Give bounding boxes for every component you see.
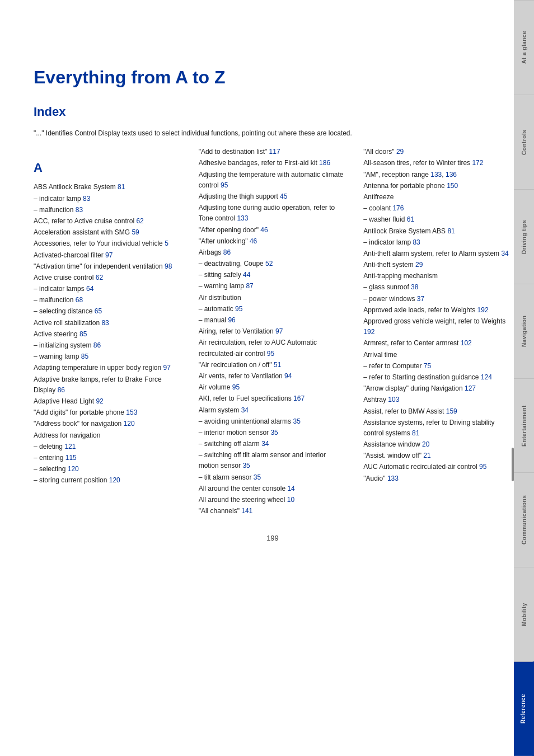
entry-adaptive-head: Adaptive Head Light 92 <box>34 396 182 407</box>
entry-airbags-sitting: – sitting safely 44 <box>199 270 347 280</box>
entry-address-entering: – entering 115 <box>34 453 182 463</box>
index-col-3: "All doors" 29 All-season tires, refer t… <box>363 147 512 517</box>
entry-assistance-systems: Assistance systems, refer to Driving sta… <box>363 417 512 439</box>
entry-abs-indicator: – indicator lamp 83 <box>34 194 182 204</box>
entry-arrival-starting: – refer to Starting destination guidance… <box>363 372 512 383</box>
page-title: Everything from A to Z <box>34 67 512 88</box>
entry-abs-malfunction: – malfunction 83 <box>34 205 182 215</box>
entry-accessories: Accessories, refer to Your individual ve… <box>34 238 182 249</box>
entry-all-around-center: All around the center console 14 <box>199 483 347 494</box>
entry-active-cruise-malfunction: – malfunction 68 <box>34 295 182 306</box>
entry-active-roll: Active roll stabilization 83 <box>34 318 182 328</box>
entry-add-digits: "Add digits" for portable phone 153 <box>34 407 182 418</box>
entry-address-nav: Address for navigation <box>34 430 182 441</box>
entry-antilock: Antilock Brake System ABS 81 <box>363 226 512 237</box>
main-content: Everything from A to Z Index "..." Ident… <box>34 0 512 576</box>
entry-active-steering: Active steering 85 <box>34 329 182 340</box>
entry-airing: Airing, refer to Ventilation 97 <box>199 326 347 337</box>
index-columns: A ABS Antilock Brake System 81 – indicat… <box>34 147 512 517</box>
entry-alarm-system: Alarm system 34 <box>199 405 347 416</box>
entry-active-steering-init: – initializing system 86 <box>34 340 182 351</box>
entry-adjusting-tone: Adjusting tone during audio operation, r… <box>199 203 347 224</box>
entry-after-unlocking: "After unlocking" 46 <box>199 236 347 247</box>
scrollbar-indicator <box>512 448 514 481</box>
entry-active-steering-warning: – warning lamp 85 <box>34 351 182 362</box>
entry-address-deleting: – deleting 121 <box>34 442 182 452</box>
tab-navigation[interactable]: Navigation <box>514 284 534 378</box>
entry-activated-charcoal: Activated-charcoal filter 97 <box>34 250 182 261</box>
entry-arrival-computer: – refer to Computer 75 <box>363 361 512 372</box>
entry-antifreeze: Antifreeze <box>363 192 512 203</box>
entry-adhesive: Adhesive bandages, refer to First-aid ki… <box>199 158 347 168</box>
entry-anti-trapping: Anti-trapping mechanism <box>363 271 512 281</box>
entry-all-season: All-season tires, refer to Winter tires … <box>363 158 512 168</box>
entry-active-cruise-lamps: – indicator lamps 64 <box>34 284 182 294</box>
entry-air-vents: Air vents, refer to Ventilation 94 <box>199 371 347 382</box>
entry-alarm-switching-off: – switching off alarm 34 <box>199 439 347 449</box>
entry-active-cruise: Active cruise control 62 <box>34 273 182 283</box>
entry-air-recirculation-onoff: "Air recirculation on / off" 51 <box>199 360 347 370</box>
tab-communications[interactable]: Communications <box>514 472 534 567</box>
entry-airbags: Airbags 86 <box>199 247 347 258</box>
entry-assist-window-off: "Assist. window off" 21 <box>363 450 512 461</box>
entry-antifreeze-coolant: – coolant 176 <box>363 203 512 214</box>
tab-mobility[interactable]: Mobility <box>514 567 534 661</box>
entry-assistance-window: Assistance window 20 <box>363 439 512 450</box>
entry-adapting-temp: Adapting temperature in upper body regio… <box>34 363 182 373</box>
entry-ashtray: Ashtray 103 <box>363 395 512 405</box>
entry-address-selecting: – selecting 120 <box>34 464 182 475</box>
entry-air-distribution: Air distribution <box>199 293 347 303</box>
entry-anti-theft-alarm: Anti-theft alarm system, refer to Alarm … <box>363 248 512 259</box>
entry-address-book: "Address book" for navigation 120 <box>34 419 182 429</box>
entry-add-destination: "Add to destination list" 117 <box>199 147 347 157</box>
entry-approved-gross: Approved gross vehicle weight, refer to … <box>363 316 512 337</box>
entry-assist-bmw: Assist, refer to BMW Assist 159 <box>363 406 512 417</box>
entry-alarm-tilt: – tilt alarm sensor 35 <box>199 472 347 483</box>
entry-acceleration: Acceleration assistant with SMG 59 <box>34 227 182 238</box>
entry-am-reception: "AM", reception range 133, 136 <box>363 170 512 180</box>
tab-driving-tips[interactable]: Driving tips <box>514 189 534 284</box>
entry-after-opening: "After opening door" 46 <box>199 225 347 236</box>
entry-air-recirculation-auc: Air recirculation, refer to AUC Automati… <box>199 337 347 359</box>
entry-alarm-avoiding: – avoiding unintentional alarms 35 <box>199 416 347 427</box>
entry-auc: AUC Automatic recirculated-air control 9… <box>363 462 512 472</box>
entry-alarm-switching-tilt: – switching off tilt alarm sensor and in… <box>199 450 347 471</box>
entry-aki: AKI, refer to Fuel specifications 167 <box>199 393 347 404</box>
entry-air-automatic: – automatic 95 <box>199 304 347 314</box>
entry-airbags-deactivating: – deactivating, Coupe 52 <box>199 259 347 269</box>
entry-arrival-time: Arrival time <box>363 350 512 360</box>
entry-adaptive-brake: Adaptive brake lamps, refer to Brake For… <box>34 374 182 396</box>
entry-armrest: Armrest, refer to Center armrest 102 <box>363 338 512 349</box>
entry-activation-time: "Activation time" for independent ventil… <box>34 261 182 272</box>
entry-antilock-indicator: – indicator lamp 83 <box>363 237 512 248</box>
entry-active-cruise-distance: – selecting distance 65 <box>34 306 182 317</box>
entry-acc: ACC, refer to Active cruise control 62 <box>34 216 182 227</box>
tab-controls[interactable]: Controls <box>514 95 534 189</box>
entry-adjusting-temp: Adjusting the temperature with automatic… <box>199 170 347 191</box>
section-title: Index <box>34 105 512 119</box>
entry-arrow-display: "Arrow display" during Navigation 127 <box>363 383 512 394</box>
entry-alarm-interior: – interior motion sensor 35 <box>199 428 347 438</box>
entry-all-channels: "All channels" 141 <box>199 506 347 516</box>
entry-antenna: Antenna for portable phone 150 <box>363 181 512 191</box>
tab-entertainment[interactable]: Entertainment <box>514 378 534 473</box>
entry-approved-axle: Approved axle loads, refer to Weights 19… <box>363 305 512 316</box>
entry-anti-trapping-windows: – power windows 37 <box>363 294 512 304</box>
entry-abs: ABS Antilock Brake System 81 <box>34 182 182 192</box>
entry-air-volume: Air volume 95 <box>199 382 347 393</box>
intro-text: "..." Identifies Control Display texts u… <box>34 128 512 139</box>
letter-a-heading: A <box>34 158 182 177</box>
entry-anti-theft-system: Anti-theft system 29 <box>363 260 512 270</box>
entry-anti-trapping-glass: – glass sunroof 38 <box>363 282 512 293</box>
entry-all-doors: "All doors" 29 <box>363 147 512 157</box>
sidebar-tabs: At a glance Controls Driving tips Naviga… <box>514 0 534 756</box>
tab-reference[interactable]: Reference <box>514 661 534 756</box>
tab-at-a-glance[interactable]: At a glance <box>514 0 534 95</box>
index-col-2: "Add to destination list" 117 Adhesive b… <box>199 147 347 517</box>
entry-all-around-steering: All around the steering wheel 10 <box>199 495 347 505</box>
entry-address-storing: – storing current position 120 <box>34 475 182 486</box>
entry-audio: "Audio" 133 <box>363 473 512 484</box>
entry-adjusting-thigh: Adjusting the thigh support 45 <box>199 191 347 202</box>
entry-antifreeze-washer: – washer fluid 61 <box>363 214 512 225</box>
index-col-1: A ABS Antilock Brake System 81 – indicat… <box>34 147 182 517</box>
